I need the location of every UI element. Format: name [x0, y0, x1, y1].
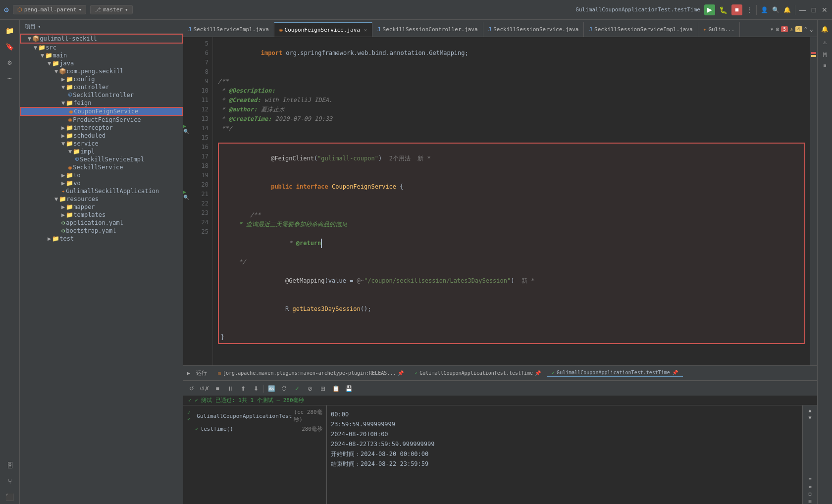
next-fail-button[interactable]: ⬇	[251, 383, 261, 394]
tab-session-service[interactable]: J SeckillSessionService.java	[483, 22, 584, 37]
code-line-11: * @createTime: 2020-07-09 19:33	[218, 114, 805, 124]
maven-label[interactable]: m	[823, 64, 828, 67]
notifications-icon[interactable]: 🔔	[820, 24, 831, 35]
project-dropdown-icon: ▾	[79, 6, 82, 13]
debug-button[interactable]: 🐛	[719, 6, 728, 14]
tree-scheduled[interactable]: ▶ 📁 scheduled	[20, 132, 183, 140]
bottom-tab-maven[interactable]: m [org.apache.maven.plugins:maven-archet…	[213, 369, 409, 377]
expand-panel-icon[interactable]: ⌄	[810, 26, 813, 33]
tree-seckill-service-impl[interactable]: © SeckillServiceImpl	[20, 155, 183, 163]
branch-selector[interactable]: ⎇ master ▾	[90, 5, 132, 14]
stop-button[interactable]: ■	[731, 4, 742, 15]
tree-product-feign[interactable]: ◉ ProductFeignService	[20, 116, 183, 124]
tree-service[interactable]: ▼ 📁 service	[20, 140, 183, 148]
git-icon[interactable]: ⑂	[3, 474, 17, 488]
problems-icon[interactable]: ⚠	[820, 37, 831, 48]
tree-app-yaml[interactable]: ⚙ application.yaml	[20, 219, 183, 227]
database-icon[interactable]: 🗄	[3, 458, 17, 472]
filter-pass-button[interactable]: ✓	[292, 383, 303, 394]
show-stacktrace-button[interactable]: 📋	[330, 383, 341, 394]
bottom-tab-test1[interactable]: ✓ GulimallCouponApplicationTest.testTime…	[410, 369, 546, 377]
interceptor-folder-icon: 📁	[66, 124, 73, 131]
project-dropdown[interactable]: ▾	[38, 23, 41, 30]
more-options-icon[interactable]: ⋮	[746, 6, 752, 13]
settings-icon[interactable]: 🔔	[783, 6, 791, 13]
tab-seckill-service-impl[interactable]: J SeckillServiceImpl.java	[183, 22, 274, 37]
tree-interceptor[interactable]: ▶ 📁 interceptor	[20, 124, 183, 132]
tree-test[interactable]: ▶ 📁 test	[20, 235, 183, 243]
expand-all-button[interactable]: ⊞	[317, 383, 328, 394]
bottom-list-icon4[interactable]: ⊞	[808, 499, 811, 504]
export-button[interactable]: 💾	[343, 383, 354, 394]
code-content[interactable]: import org.springframework.web.bind.anno…	[213, 37, 810, 365]
bootstrap-yaml-icon: ⚙	[61, 227, 65, 234]
tree-src[interactable]: ▼ 📁 src	[20, 44, 183, 51]
search-icon[interactable]: 🔍	[772, 6, 780, 13]
minimize-button[interactable]: —	[799, 6, 806, 13]
scroll-down-icon[interactable]: ▼	[808, 415, 811, 420]
pause-button[interactable]: ⏸	[225, 383, 236, 394]
right-more-icon[interactable]: M	[820, 50, 831, 60]
bottom-list-icon3[interactable]: ⊟	[808, 491, 811, 497]
rerun-failed-button[interactable]: ↺✗	[199, 383, 210, 394]
maximize-button[interactable]: □	[810, 6, 817, 13]
tree-bootstrap-yaml[interactable]: ⚙ bootstrap.yaml	[20, 227, 183, 235]
tree-controller[interactable]: ▼ 📁 controller	[20, 83, 183, 91]
bottom-tab-run[interactable]: 运行	[191, 368, 212, 378]
tree-resources[interactable]: ▼ 📁 resources	[20, 195, 183, 203]
tree-package[interactable]: ▼ 📦 com.peng.seckill	[20, 67, 183, 75]
tree-impl[interactable]: ▼ 📁 impl	[20, 148, 183, 155]
tree-coupon-feign[interactable]: ◉ CouponFeignService	[20, 107, 183, 116]
bottom-list-icon1[interactable]: ≡	[808, 476, 811, 482]
right-scrollbar[interactable]	[810, 37, 817, 365]
sort-alpha-button[interactable]: 🔤	[266, 383, 277, 394]
tree-seckill-service[interactable]: ◉ SeckillService	[20, 163, 183, 171]
project-tree-icon[interactable]: 📁	[3, 24, 17, 38]
user-icon[interactable]: 👤	[761, 6, 768, 13]
tree-config[interactable]: ▶ 📁 config	[20, 75, 183, 83]
tab-coupon-feign[interactable]: ◉ CouponFeignService.java ✕	[274, 22, 372, 37]
sort-dur-button[interactable]: ⏱	[279, 383, 290, 394]
rerun-button[interactable]: ↺	[186, 383, 197, 394]
collapse-panel-icon[interactable]: ⌃	[804, 26, 808, 33]
terminal-icon[interactable]: ⬛	[3, 490, 17, 504]
bottom-list-icon2[interactable]: ⇌	[808, 484, 811, 489]
tab-close-button[interactable]: ✕	[364, 27, 367, 33]
tab-session-service-impl[interactable]: J SeckillSessionServiceImpl.java	[584, 22, 698, 37]
title-bar-left: ⚙ ⬡ peng-mall-parent ▾ ⎇ master ▾	[4, 5, 133, 14]
tree-gulimall-app[interactable]: ✦ GulimallSeckillApplication	[20, 187, 183, 195]
tree-to[interactable]: ▶ 📁 to	[20, 171, 183, 179]
structure-icon[interactable]: ⚙	[3, 55, 17, 69]
run-gutter-icon-21[interactable]: ▶ 🔍	[183, 190, 193, 199]
stop-tests-button[interactable]: ■	[212, 383, 223, 394]
filter-ignore-button[interactable]: ⊘	[305, 383, 315, 394]
tab-session-controller[interactable]: J SeckillSessionController.java	[372, 22, 483, 37]
more-tools-icon[interactable]: ⋯	[3, 71, 17, 85]
test-method-item[interactable]: ✓ testTime() 280毫秒	[185, 424, 324, 434]
test-suite-item[interactable]: ✓ ✓ GulimallCouponApplicationTest (cc 28…	[185, 407, 324, 424]
tree-templates[interactable]: ▶ 📁 templates	[20, 211, 183, 219]
bookmark-icon[interactable]: 🔖	[3, 40, 17, 53]
tree-mapper[interactable]: ▶ 📁 mapper	[20, 203, 183, 211]
suite-pass-icon: ✓ ✓	[187, 409, 195, 422]
tab-gulim[interactable]: ✦ Gulim...	[698, 22, 740, 37]
project-selector[interactable]: ⬡ peng-mall-parent ▾	[13, 5, 87, 14]
scroll-up-icon[interactable]: ▲	[808, 407, 811, 413]
tree-java[interactable]: ▼ 📁 java	[20, 59, 183, 67]
bottom-tab-test2[interactable]: ✓ GulimallCouponApplicationTest.testTime…	[547, 369, 683, 377]
tree-main[interactable]: ▼ 📁 main	[20, 51, 183, 59]
tab-more-options[interactable]: ▾ ⚙ 5 ⚠ 4 ⌃ ⌄	[766, 22, 817, 37]
tree-vo[interactable]: ▶ 📁 vo	[20, 179, 183, 187]
expand-icon: ▶	[61, 211, 65, 218]
close-button[interactable]: ✕	[821, 6, 828, 13]
app-yaml-label: application.yaml	[66, 219, 123, 226]
run-button[interactable]: ▶	[704, 4, 715, 15]
run-gutter-icon-14[interactable]: ▶ 🔍	[183, 124, 193, 133]
expand-icon: ▶	[61, 172, 65, 179]
prev-fail-button[interactable]: ⬆	[238, 383, 249, 394]
tree-module-seckill[interactable]: ▼ 📦 gulimall-seckill	[20, 34, 183, 44]
tree-feign[interactable]: ▼ 📁 feign	[20, 99, 183, 107]
seckill-impl-label: SeckillServiceImpl	[80, 156, 144, 163]
tree-seckill-controller[interactable]: © SeckillController	[20, 91, 183, 99]
title-right: GulimallCouponApplicationTest.testTime ▶…	[575, 4, 828, 15]
